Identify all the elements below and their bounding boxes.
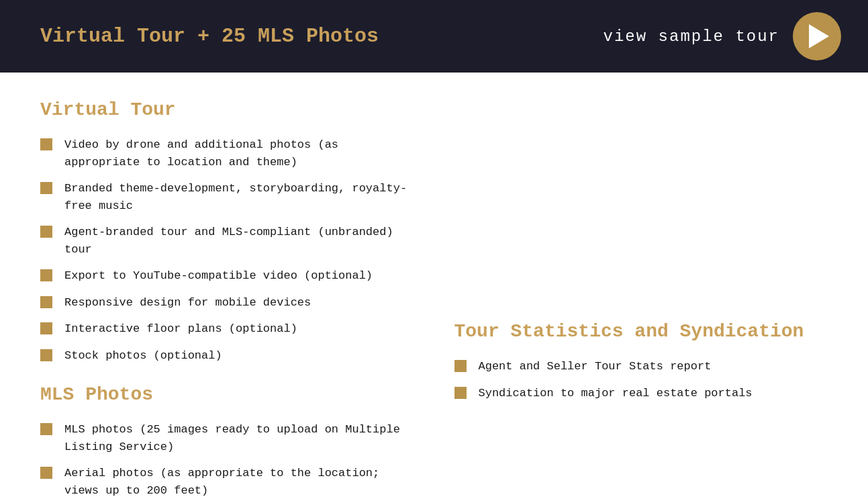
list-item-text: Branded theme-development, storyboarding… bbox=[64, 180, 414, 214]
play-icon bbox=[809, 24, 829, 48]
list-item: Aerial photos (as appropriate to the loc… bbox=[40, 465, 414, 499]
tour-statistics-list: Agent and Seller Tour Stats reportSyndic… bbox=[454, 358, 828, 402]
main-content: Virtual Tour Video by drone and addition… bbox=[0, 73, 868, 503]
list-item-text: Stock photos (optional) bbox=[64, 347, 222, 365]
list-item-text: Agent-branded tour and MLS-compliant (un… bbox=[64, 224, 414, 258]
bullet-icon bbox=[40, 423, 52, 435]
list-item-text: Video by drone and additional photos (as… bbox=[64, 136, 414, 171]
bullet-icon bbox=[40, 322, 52, 334]
bullet-icon bbox=[40, 182, 52, 194]
mls-photos-list: MLS photos (25 images ready to upload on… bbox=[40, 421, 414, 499]
mls-photos-title: MLS Photos bbox=[40, 384, 414, 405]
list-item: Responsive design for mobile devices bbox=[40, 294, 414, 312]
bullet-icon bbox=[454, 360, 467, 372]
bullet-icon bbox=[40, 296, 52, 308]
page-header: Virtual Tour + 25 MLS Photos view sample… bbox=[0, 0, 868, 73]
play-button[interactable] bbox=[793, 12, 841, 60]
bullet-icon bbox=[40, 138, 52, 150]
tour-statistics-title: Tour Statistics and Syndication bbox=[454, 321, 828, 342]
list-item-text: Interactive floor plans (optional) bbox=[64, 320, 297, 338]
list-item: Export to YouTube-compatible video (opti… bbox=[40, 267, 414, 285]
virtual-tour-list: Video by drone and additional photos (as… bbox=[40, 136, 414, 364]
list-item-text: Syndication to major real estate portals bbox=[479, 385, 753, 402]
left-column: Virtual Tour Video by drone and addition… bbox=[40, 99, 414, 503]
list-item: MLS photos (25 images ready to upload on… bbox=[40, 421, 414, 455]
bullet-icon bbox=[40, 467, 52, 479]
header-right: view sample tour bbox=[604, 12, 841, 60]
right-column: Tour Statistics and Syndication Agent an… bbox=[454, 99, 828, 503]
list-item-text: Responsive design for mobile devices bbox=[64, 294, 311, 312]
list-item: Interactive floor plans (optional) bbox=[40, 320, 414, 338]
tour-statistics-section: Tour Statistics and Syndication Agent an… bbox=[454, 321, 828, 402]
virtual-tour-section: Virtual Tour Video by drone and addition… bbox=[40, 99, 414, 364]
page-title: Virtual Tour + 25 MLS Photos bbox=[40, 25, 379, 48]
list-item: Stock photos (optional) bbox=[40, 347, 414, 365]
list-item: Branded theme-development, storyboarding… bbox=[40, 180, 414, 214]
list-item: Agent-branded tour and MLS-compliant (un… bbox=[40, 224, 414, 258]
bullet-icon bbox=[40, 226, 52, 238]
bullet-icon bbox=[40, 269, 52, 281]
view-sample-label: view sample tour bbox=[604, 28, 779, 46]
list-item-text: MLS photos (25 images ready to upload on… bbox=[64, 421, 414, 455]
list-item: Agent and Seller Tour Stats report bbox=[454, 358, 828, 375]
list-item-text: Aerial photos (as appropriate to the loc… bbox=[64, 465, 414, 499]
bullet-icon bbox=[454, 387, 467, 399]
bullet-icon bbox=[40, 349, 52, 361]
list-item: Video by drone and additional photos (as… bbox=[40, 136, 414, 171]
mls-photos-section: MLS Photos MLS photos (25 images ready t… bbox=[40, 384, 414, 499]
list-item: Syndication to major real estate portals bbox=[454, 385, 828, 402]
virtual-tour-title: Virtual Tour bbox=[40, 99, 414, 120]
list-item-text: Export to YouTube-compatible video (opti… bbox=[64, 267, 373, 285]
list-item-text: Agent and Seller Tour Stats report bbox=[479, 358, 712, 375]
